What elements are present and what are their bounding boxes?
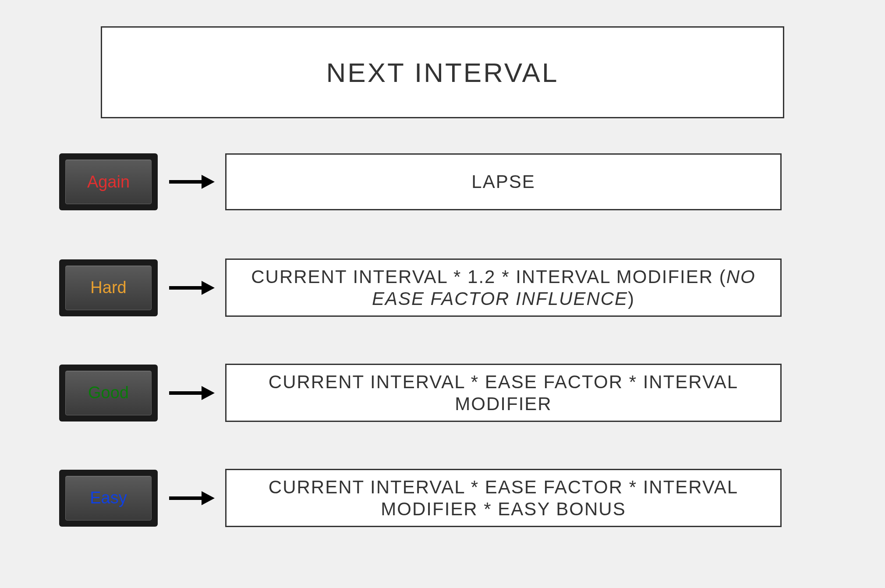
- again-button[interactable]: Again: [59, 153, 158, 210]
- good-formula: CURRENT INTERVAL * EASE FACTOR * INTERVA…: [240, 371, 767, 414]
- hard-formula: CURRENT INTERVAL * 1.2 * INTERVAL MODIFI…: [240, 266, 767, 309]
- row-easy: Easy CURRENT INTERVAL * EASE FACTOR * IN…: [59, 469, 782, 527]
- arrow-icon: [163, 384, 220, 402]
- hard-button-inner: Hard: [65, 266, 152, 310]
- svg-marker-3: [202, 281, 215, 295]
- easy-button[interactable]: Easy: [59, 470, 158, 527]
- svg-marker-7: [202, 491, 215, 505]
- hard-button-label: Hard: [90, 278, 126, 297]
- row-good: Good CURRENT INTERVAL * EASE FACTOR * IN…: [59, 364, 782, 422]
- again-button-inner: Again: [65, 159, 152, 204]
- svg-marker-1: [202, 175, 215, 189]
- arrow-icon: [163, 173, 220, 191]
- good-button-inner: Good: [65, 371, 152, 415]
- hard-button[interactable]: Hard: [59, 259, 158, 316]
- good-button-label: Good: [88, 383, 129, 402]
- again-formula-box: LAPSE: [225, 153, 782, 210]
- header-box: NEXT INTERVAL: [101, 26, 784, 118]
- again-formula: LAPSE: [471, 171, 535, 193]
- easy-formula-box: CURRENT INTERVAL * EASE FACTOR * INTERVA…: [225, 469, 782, 527]
- again-button-label: Again: [87, 173, 130, 191]
- easy-button-label: Easy: [90, 489, 127, 507]
- arrow-icon: [163, 279, 220, 297]
- easy-button-inner: Easy: [65, 476, 152, 521]
- good-button[interactable]: Good: [59, 365, 158, 422]
- hard-formula-box: CURRENT INTERVAL * 1.2 * INTERVAL MODIFI…: [225, 259, 782, 317]
- svg-marker-5: [202, 386, 215, 400]
- arrow-icon: [163, 489, 220, 507]
- good-formula-box: CURRENT INTERVAL * EASE FACTOR * INTERVA…: [225, 364, 782, 422]
- row-hard: Hard CURRENT INTERVAL * 1.2 * INTERVAL M…: [59, 259, 782, 317]
- row-again: Again LAPSE: [59, 153, 782, 210]
- header-title: NEXT INTERVAL: [326, 57, 559, 88]
- easy-formula: CURRENT INTERVAL * EASE FACTOR * INTERVA…: [240, 476, 767, 520]
